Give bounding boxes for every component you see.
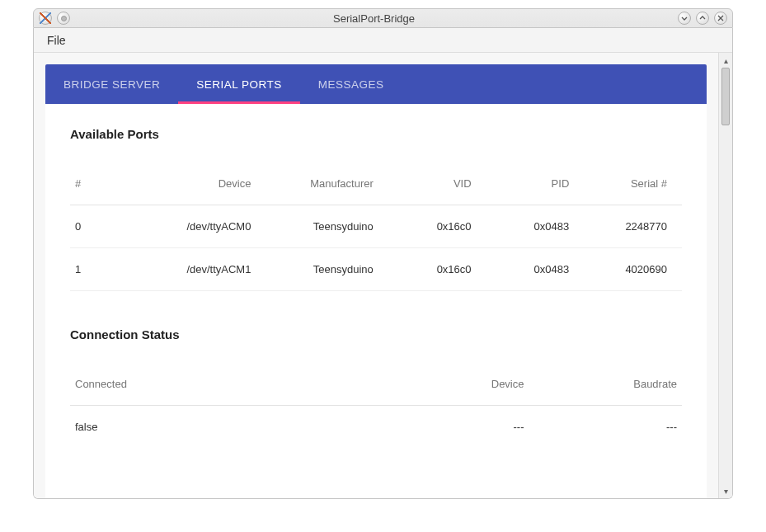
scroll-up-icon[interactable]: ▴ [720, 54, 731, 66]
cell-device: --- [376, 406, 529, 449]
table-row[interactable]: 0 /dev/ttyACM0 Teensyduino 0x16c0 0x0483… [70, 205, 682, 248]
menu-file[interactable]: File [40, 31, 73, 50]
window-titlebar: SerialPort-Bridge [33, 8, 733, 28]
table-row: false --- --- [70, 406, 682, 449]
minimize-button[interactable] [678, 12, 691, 25]
tab-bridge-server[interactable]: Bridge Server [45, 64, 178, 104]
cell-device: /dev/ttyACM1 [119, 248, 266, 291]
cell-vid: 0x16c0 [388, 248, 486, 291]
close-button[interactable] [714, 12, 727, 25]
cell-index: 1 [70, 248, 119, 291]
cell-manufacturer: Teensyduino [266, 248, 388, 291]
heading-connection-status: Connection Status [70, 327, 682, 341]
col-index: # [70, 161, 119, 205]
cell-device: /dev/ttyACM0 [119, 205, 266, 248]
cell-index: 0 [70, 205, 119, 248]
heading-available-ports: Available Ports [70, 127, 682, 141]
cell-vid: 0x16c0 [388, 205, 486, 248]
tab-messages[interactable]: Messages [300, 64, 402, 104]
cell-serial: 2248770 [584, 205, 682, 248]
menubar: File [34, 28, 732, 53]
cell-serial: 4020690 [584, 248, 682, 291]
window-title: SerialPort-Bridge [70, 12, 678, 25]
cell-connected: false [70, 406, 376, 449]
scroll-thumb[interactable] [721, 68, 730, 125]
col-connected: Connected [70, 361, 376, 406]
table-available-ports: # Device Manufacturer VID PID Serial # 0 [70, 161, 682, 291]
tabs: Bridge Server Serial Ports Messages [45, 64, 707, 104]
col-vid: VID [388, 161, 486, 205]
col-pid: PID [486, 161, 585, 205]
maximize-button[interactable] [696, 12, 709, 25]
window-menu-button[interactable] [39, 12, 52, 25]
table-connection-status: Connected Device Baudrate false --- --- [70, 361, 682, 448]
table-header-row: # Device Manufacturer VID PID Serial # [70, 161, 682, 205]
col-device: Device [376, 361, 529, 406]
cell-manufacturer: Teensyduino [266, 205, 388, 248]
scroll-down-icon[interactable]: ▾ [720, 485, 731, 497]
col-serial: Serial # [584, 161, 682, 205]
vertical-scrollbar[interactable]: ▴ ▾ [718, 53, 732, 498]
panel-serial-ports: Available Ports # Device Manufacturer VI [45, 104, 707, 498]
col-baudrate: Baudrate [529, 361, 683, 406]
cell-baudrate: --- [529, 406, 683, 449]
cell-pid: 0x0483 [486, 248, 585, 291]
col-manufacturer: Manufacturer [266, 161, 388, 205]
window-pin-button[interactable] [57, 12, 70, 25]
col-device: Device [119, 161, 266, 205]
table-header-row: Connected Device Baudrate [70, 361, 682, 406]
cell-pid: 0x0483 [486, 205, 585, 248]
tab-serial-ports[interactable]: Serial Ports [178, 64, 300, 104]
table-row[interactable]: 1 /dev/ttyACM1 Teensyduino 0x16c0 0x0483… [70, 248, 682, 291]
